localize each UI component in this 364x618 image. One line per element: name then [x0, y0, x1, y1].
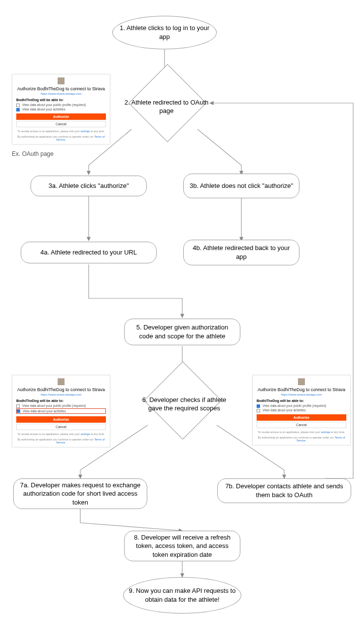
node-text: 3b. Athlete does not click "authorize": [190, 182, 293, 190]
oauth-cancel-button[interactable]: Cancel: [16, 424, 106, 430]
node-step1: 1. Athlete clicks to log in to your app: [112, 16, 217, 49]
oauth-tos-text: By authorizing an application you contin…: [16, 135, 106, 141]
node-text: 1. Athlete clicks to log in to your app: [118, 24, 211, 41]
oauth-tos-text: By authorizing an application you contin…: [257, 436, 346, 442]
node-step4b: 4b. Athlete redirected back to your app: [183, 240, 299, 265]
node-step4a: 4a. Athlete redirected to your URL: [21, 242, 157, 263]
node-step3b: 3b. Athlete does not click "authorize": [183, 174, 299, 198]
oauth-avatar: [298, 378, 305, 385]
oauth-cancel-button[interactable]: Cancel: [257, 422, 346, 428]
oauth-url: https://www.strava.testapp.com: [16, 393, 106, 396]
oauth-revoke-text: To revoke access to an application, plea…: [16, 433, 106, 436]
oauth-avatar: [58, 77, 65, 84]
node-text: 7a. Developer makes request to exchange …: [19, 481, 142, 507]
oauth-perm-profile: View data about your public profile (req…: [16, 103, 106, 107]
oauth-example-card-b: Authorize BodhiTheDog to connect to Stra…: [12, 375, 110, 447]
node-text: 4b. Athlete redirected back to your app: [189, 244, 294, 261]
node-step6: 6. Developer checks if athlete gave the …: [138, 374, 227, 431]
oauth-url: https://www.strava.testapp.com: [16, 92, 106, 95]
node-step3a: 3a. Athlete clicks "authorize": [31, 176, 147, 196]
oauth-ability-heading: BodhiTheDog will be able to:: [16, 98, 106, 102]
oauth-perm-profile: View data about your public profile (req…: [257, 404, 346, 407]
node-step5: 5. Developer given authorization code an…: [124, 319, 240, 345]
oauth-cancel-button[interactable]: Cancel: [16, 121, 106, 127]
oauth-example-card-c: Authorize BodhiTheDog to connect to Stra…: [252, 375, 351, 445]
node-text: 3a. Athlete clicks "authorize": [48, 182, 129, 190]
oauth-ability-heading: BodhiTheDog will be able to:: [16, 399, 106, 402]
oauth-authorize-button[interactable]: Authorize: [16, 416, 106, 423]
node-step9: 9. Now you can make API requests to obta…: [123, 577, 241, 614]
node-text: 2. Athlete redirected to OAuth page: [122, 99, 211, 115]
oauth-perm-profile: View data about your public profile (req…: [16, 404, 106, 407]
oauth-example-card-a: Authorize BodhiTheDog to connect to Stra…: [12, 74, 110, 145]
node-text: 9. Now you can make API requests to obta…: [129, 586, 236, 604]
flowchart-canvas: 1. Athlete clicks to log in to your app …: [0, 0, 364, 618]
oauth-perm-activities: View data about your activities: [257, 408, 346, 412]
oauth-example-caption: Ex. OAuth page: [12, 150, 54, 157]
oauth-avatar: [58, 378, 65, 385]
node-step2: 2. Athlete redirected to OAuth page: [120, 78, 209, 132]
oauth-title: Authorize BodhiTheDog to connect to Stra…: [16, 387, 106, 392]
node-step8: 8. Developer will receive a refresh toke…: [124, 531, 240, 561]
node-step7b: 7b. Developer contacts athlete and sends…: [217, 478, 351, 503]
oauth-revoke-text: To revoke access to an application, plea…: [257, 431, 346, 434]
oauth-title: Authorize BodhiTheDog to connect to Stra…: [16, 86, 106, 91]
oauth-ability-heading: BodhiTheDog will be able to:: [257, 399, 346, 402]
node-text: 8. Developer will receive a refresh toke…: [130, 533, 235, 559]
oauth-perm-activities: View data about your activities: [16, 408, 106, 414]
oauth-title: Authorize BodhiTheDog to connect to Stra…: [257, 387, 346, 392]
oauth-url: https://www.strava.testapp.com: [257, 393, 346, 396]
node-text: 7b. Developer contacts athlete and sends…: [223, 482, 346, 499]
oauth-revoke-text: To revoke access to an application, plea…: [16, 130, 106, 133]
oauth-tos-text: By authorizing an application you contin…: [16, 438, 106, 444]
node-text: 5. Developer given authorization code an…: [130, 323, 235, 340]
oauth-authorize-button[interactable]: Authorize: [16, 113, 106, 120]
node-text: 4a. Athlete redirected to your URL: [40, 248, 137, 257]
oauth-perm-activities: View data about your activities: [16, 108, 106, 111]
node-text: 6. Developer checks if athlete gave the …: [140, 396, 229, 413]
node-step7a: 7a. Developer makes request to exchange …: [13, 478, 147, 509]
oauth-authorize-button[interactable]: Authorize: [257, 414, 346, 421]
